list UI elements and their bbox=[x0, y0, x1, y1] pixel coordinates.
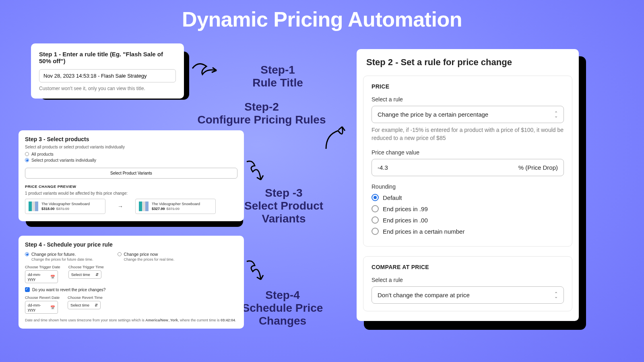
arrow-icon bbox=[188, 56, 237, 84]
preview-subtext: 1 product variants would be affected by … bbox=[25, 191, 237, 195]
rounding-default[interactable]: Default bbox=[372, 194, 564, 201]
revert-time-input[interactable]: Select time⇵ bbox=[68, 301, 101, 309]
revert-date-input[interactable]: dd-mm-yyyy📅 bbox=[25, 301, 58, 314]
step2-heading: Step 2 - Set a rule for price change bbox=[357, 57, 579, 76]
unit-label: % (Price Drop) bbox=[518, 164, 558, 171]
radio-individual-variants[interactable]: Select product variants individually bbox=[25, 158, 237, 162]
revert-date-label: Choose Revert Date bbox=[25, 295, 60, 300]
price-after: $327.99 bbox=[152, 207, 165, 211]
price-before: $318.00 bbox=[41, 207, 55, 211]
compare-rule-select[interactable]: Don't change the compare at price ⌃⌄ bbox=[372, 286, 564, 304]
calendar-icon: 📅 bbox=[50, 275, 55, 279]
rounding-00[interactable]: End prices in .00 bbox=[372, 216, 564, 224]
trigger-time-label: Choose Trigger Time bbox=[68, 265, 104, 269]
rounding-99[interactable]: End prices in .99 bbox=[372, 205, 564, 212]
product-name: The Videographer Snowboard bbox=[41, 202, 90, 206]
step1-heading: Step 1 - Enter a rule title (Eg. "Flash … bbox=[39, 51, 176, 64]
step1-card: Step 1 - Enter a rule title (Eg. "Flash … bbox=[31, 43, 184, 99]
radio-price-now[interactable]: Change price now bbox=[118, 252, 175, 257]
radio-icon bbox=[372, 228, 379, 235]
step1-note: Customer won't see it, only you can view… bbox=[39, 86, 176, 91]
page-title: Dynamic Pricing Automation bbox=[0, 7, 644, 31]
radio-icon bbox=[372, 216, 379, 224]
radio-icon bbox=[118, 252, 122, 256]
step3-heading: Step 3 - Select products bbox=[25, 136, 237, 142]
trigger-date-label: Choose Trigger Date bbox=[25, 265, 60, 269]
select-rule-label: Select a rule bbox=[372, 96, 564, 103]
old-price: $371.99 bbox=[56, 207, 70, 211]
product-thumb-icon bbox=[139, 202, 149, 211]
price-change-input[interactable]: -4.3 % (Price Drop) bbox=[372, 159, 564, 176]
step3-annotation: Step -3Select Product Variants bbox=[242, 187, 326, 226]
radio-all-products[interactable]: All products bbox=[25, 152, 237, 156]
calendar-icon: 📅 bbox=[50, 305, 55, 310]
arrow-icon bbox=[241, 257, 273, 290]
arrow-right-icon: → bbox=[118, 203, 123, 210]
radio-icon bbox=[372, 194, 379, 201]
compare-select-label: Select a rule bbox=[372, 277, 564, 283]
radio-icon bbox=[25, 252, 29, 256]
radio-icon bbox=[25, 152, 29, 156]
preview-after-card: The Videographer Snowboard $327.99$371.9… bbox=[135, 199, 216, 214]
price-rule-select[interactable]: Change the price by a certain percentage… bbox=[372, 106, 564, 123]
chevron-updown-icon: ⌃⌄ bbox=[554, 292, 558, 298]
step1-annotation: Step-1Rule Title bbox=[237, 64, 318, 89]
change-value-label: Price change value bbox=[372, 149, 564, 156]
step2-annotation: Step-2Configure Pricing Rules bbox=[197, 101, 326, 126]
rounding-label: Rounding bbox=[372, 183, 564, 190]
step3-subtext: Select all products or select product va… bbox=[25, 145, 237, 149]
step4-annotation: Step-4Schedule Price Changes bbox=[238, 289, 327, 328]
chevron-updown-icon: ⌃⌄ bbox=[554, 112, 558, 117]
old-price: $371.99 bbox=[167, 207, 180, 211]
compare-section-title: COMPARE AT PRICE bbox=[372, 264, 564, 270]
select-variants-button[interactable]: Select Product Variants bbox=[25, 168, 237, 179]
rule-note: For example, if -15% is entered for a pr… bbox=[372, 126, 564, 142]
step4-heading: Step 4 - Schedule your price rule bbox=[25, 241, 237, 248]
rounding-custom[interactable]: End prices in a certain number bbox=[372, 228, 564, 235]
radio-future-price[interactable]: Change price for future. bbox=[25, 252, 93, 257]
opt-sub: Change the prices for real time. bbox=[118, 257, 175, 261]
preview-before-card: The Videographer Snowboard $318.00$371.9… bbox=[25, 199, 105, 214]
step4-card: Step 4 - Schedule your price rule Change… bbox=[19, 236, 244, 329]
radio-icon bbox=[372, 205, 379, 212]
preview-title: PRICE CHANGE PREVIEW bbox=[25, 184, 237, 189]
trigger-date-input[interactable]: dd-mm-yyyy📅 bbox=[25, 270, 58, 283]
timezone-note: Date and time shown here uses timezone f… bbox=[25, 318, 237, 323]
rule-title-input[interactable] bbox=[39, 69, 176, 82]
radio-icon bbox=[25, 158, 29, 162]
step3-card: Step 3 - Select products Select all prod… bbox=[19, 130, 244, 221]
revert-time-label: Choose Revert Time bbox=[68, 295, 103, 300]
chevron-icon: ⇵ bbox=[95, 303, 98, 307]
checkbox-icon bbox=[25, 287, 30, 292]
trigger-time-input[interactable]: Select time⇵ bbox=[68, 270, 101, 279]
arrow-icon bbox=[322, 121, 358, 157]
revert-checkbox[interactable]: Do you want to revert the price changes? bbox=[25, 287, 237, 292]
opt-sub: Change the prices for future date time. bbox=[25, 257, 93, 261]
chevron-icon: ⇵ bbox=[95, 272, 99, 277]
price-section-title: PRICE bbox=[372, 83, 564, 90]
product-name: The Videographer Snowboard bbox=[152, 202, 200, 206]
arrow-icon bbox=[241, 158, 273, 190]
step2-card: Step 2 - Set a rule for price change PRI… bbox=[357, 49, 579, 321]
product-thumb-icon bbox=[29, 202, 38, 211]
